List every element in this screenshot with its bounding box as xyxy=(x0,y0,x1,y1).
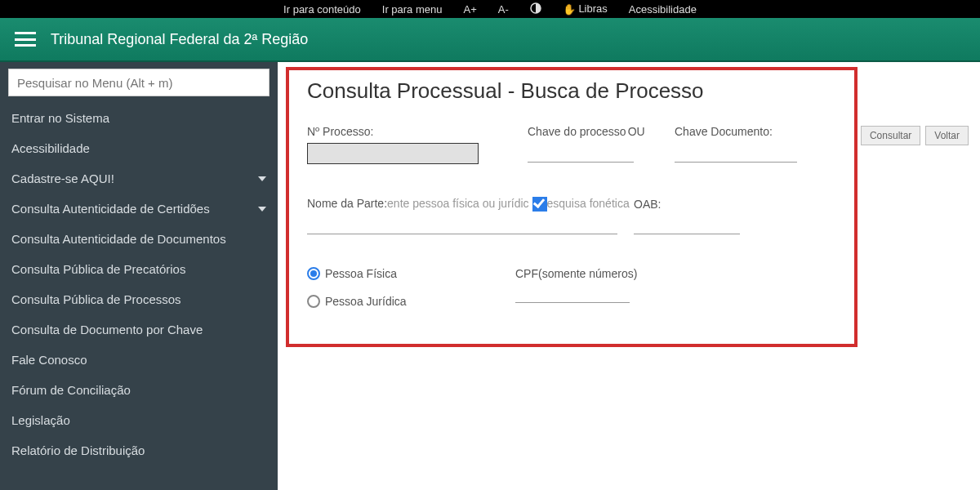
pessoa-fisica-radio[interactable] xyxy=(307,267,320,280)
sidebar-item-label: Legislação xyxy=(11,413,70,427)
sidebar-item-processos[interactable]: Consulta Pública de Processos xyxy=(0,284,278,314)
pesquisa-fonetica-checkbox[interactable] xyxy=(532,197,547,212)
sidebar-item-relatorio[interactable]: Relatório de Distribuição xyxy=(0,435,278,466)
skip-to-menu-link[interactable]: Ir para menu xyxy=(382,3,443,16)
sidebar-item-label: Relatório de Distribuição xyxy=(11,443,145,457)
sidebar-item-label: Consulta Autenticidade de Documentos xyxy=(11,232,226,246)
oab-label: OAB: xyxy=(634,198,661,211)
accessibility-link[interactable]: Acessibilidade xyxy=(629,3,697,16)
skip-to-content-link[interactable]: Ir para conteúdo xyxy=(283,3,361,16)
libras-link[interactable]: ✋ Libras xyxy=(563,2,608,16)
processo-label: Nº Processo: xyxy=(307,125,487,138)
main-content: Consulta Processual - Busca de Processo … xyxy=(278,62,980,490)
chave-processo-input[interactable] xyxy=(528,143,634,163)
chevron-down-icon xyxy=(258,207,266,212)
chave-processo-label: Chave do processoOU xyxy=(528,125,650,138)
page-title: Consulta Processual - Busca de Processo xyxy=(307,78,836,104)
sidebar-item-entrar[interactable]: Entrar no Sistema xyxy=(0,103,278,133)
chave-documento-input[interactable] xyxy=(675,143,797,163)
cpf-input[interactable] xyxy=(515,283,630,303)
menu-search-input[interactable] xyxy=(8,69,270,96)
nome-parte-label: Nome da Parte:ente pessoa física ou jurí… xyxy=(307,197,836,212)
sidebar-item-label: Consulta de Documento por Chave xyxy=(11,323,203,336)
chevron-down-icon xyxy=(258,176,266,181)
accessibility-bar: Ir para conteúdo Ir para menu A+ A- ✋ Li… xyxy=(0,0,980,18)
sidebar-item-cadastre[interactable]: Cadastre-se AQUI! xyxy=(0,163,278,194)
pessoa-fisica-label: Pessoa Física xyxy=(325,267,397,280)
sidebar-item-legislacao[interactable]: Legislação xyxy=(0,405,278,435)
sidebar-item-label: Fórum de Conciliação xyxy=(11,383,131,397)
sidebar-item-label: Cadastre-se AQUI! xyxy=(11,172,114,185)
sidebar-item-precatorios[interactable]: Consulta Pública de Precatórios xyxy=(0,254,278,284)
voltar-button[interactable]: Voltar xyxy=(925,126,969,145)
font-decrease-button[interactable]: A- xyxy=(498,3,509,16)
search-form-highlight: Consulta Processual - Busca de Processo … xyxy=(286,67,858,347)
oab-input[interactable] xyxy=(634,215,740,234)
sidebar-item-label: Fale Conosco xyxy=(11,353,87,367)
sidebar-item-label: Consulta Autenticidade de Certidões xyxy=(11,202,210,216)
nome-parte-input[interactable] xyxy=(307,215,617,234)
cpf-label: CPF(somente números) xyxy=(515,267,637,280)
sidebar-item-label: Entrar no Sistema xyxy=(11,111,109,125)
sidebar-item-fale-conosco[interactable]: Fale Conosco xyxy=(0,345,278,375)
contrast-icon[interactable] xyxy=(530,2,541,16)
sidebar-item-label: Consulta Pública de Processos xyxy=(11,292,181,306)
sidebar-item-cert-autent[interactable]: Consulta Autenticidade de Certidões xyxy=(0,194,278,224)
libras-icon: ✋ xyxy=(563,3,576,16)
font-increase-button[interactable]: A+ xyxy=(463,3,476,16)
menu-toggle-icon[interactable] xyxy=(15,32,36,47)
consultar-button[interactable]: Consultar xyxy=(861,126,920,145)
pessoa-juridica-label: Pessoa Jurídica xyxy=(325,295,407,308)
sidebar-item-forum[interactable]: Fórum de Conciliação xyxy=(0,375,278,405)
sidebar-item-doc-autent[interactable]: Consulta Autenticidade de Documentos xyxy=(0,224,278,254)
action-buttons: Consultar Voltar xyxy=(861,126,969,145)
chave-documento-label: Chave Documento: xyxy=(675,125,805,138)
site-title: Tribunal Regional Federal da 2ª Região xyxy=(51,31,308,48)
sidebar-item-acessibilidade[interactable]: Acessibilidade xyxy=(0,133,278,163)
sidebar-item-label: Acessibilidade xyxy=(11,141,90,155)
sidebar-item-doc-chave[interactable]: Consulta de Documento por Chave xyxy=(0,314,278,345)
site-header: Tribunal Regional Federal da 2ª Região xyxy=(0,18,980,62)
sidebar-item-label: Consulta Pública de Precatórios xyxy=(11,262,185,276)
sidebar: Entrar no Sistema Acessibilidade Cadastr… xyxy=(0,62,278,490)
processo-input[interactable] xyxy=(307,143,479,164)
pessoa-juridica-radio[interactable] xyxy=(307,295,320,308)
